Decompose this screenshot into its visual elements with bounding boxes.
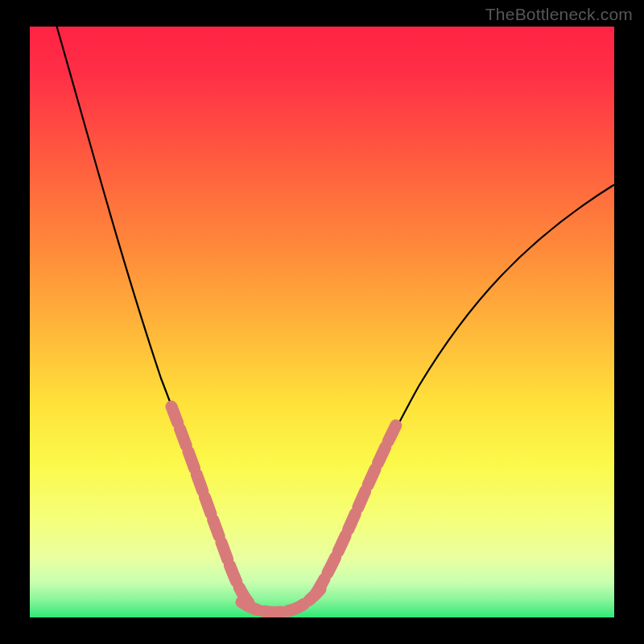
chart-frame: TheBottleneck.com [0, 0, 644, 644]
bottleneck-chart [0, 0, 644, 644]
plot-background [30, 27, 614, 617]
watermark-text: TheBottleneck.com [485, 5, 633, 24]
